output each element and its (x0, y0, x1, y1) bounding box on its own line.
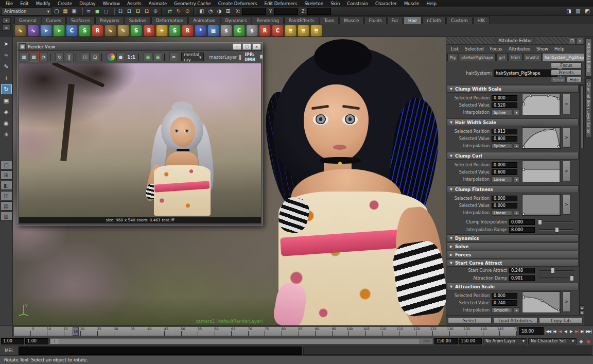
mel-input[interactable] (19, 346, 302, 355)
selected-value-field[interactable]: 0.600 (492, 169, 517, 175)
ipr-render-icon[interactable]: ◔ (206, 7, 215, 15)
load-attributes-button[interactable]: Load Attributes (493, 317, 537, 324)
pause-ipr-region-icon[interactable]: ‖ (65, 53, 74, 61)
chevron-down-icon[interactable]: ▾ (514, 307, 519, 313)
shelf-curve-constraint-icon[interactable]: C (233, 25, 245, 37)
shelf-tab-switch-icon[interactable]: ▾ (2, 18, 11, 24)
menu-character[interactable]: Character (372, 1, 400, 6)
slider-handle[interactable] (551, 268, 555, 273)
scale-tool-icon[interactable]: ▣ (1, 95, 12, 106)
slider-handle[interactable] (538, 219, 542, 225)
side-tab-channel-box-layer-editor[interactable]: Channel Box / Layer Editor (585, 78, 592, 138)
menu-muscle[interactable]: Muscle (400, 1, 423, 6)
shelf-comb3-icon[interactable]: ≡ (310, 25, 322, 37)
selected-value-field[interactable]: 0.520 (492, 102, 517, 108)
layout-hypershade-icon[interactable]: ▥ (1, 212, 12, 221)
shelf-tab-muscle[interactable]: Muscle (339, 16, 363, 24)
ae-tab-girl[interactable]: girl (496, 53, 508, 61)
universal-manipulator-tool-icon[interactable]: ◈ (1, 107, 12, 117)
expand-ramp-icon[interactable]: > (563, 194, 570, 215)
close-window-icon[interactable]: x (252, 43, 261, 50)
go-to-start-button[interactable]: |◀◀ (545, 327, 551, 335)
scrollbar-thumb[interactable] (580, 85, 584, 148)
interpolation-selector[interactable]: Linear (492, 210, 512, 216)
shelf-tab-hair[interactable]: Hair (404, 16, 422, 24)
rotate-tool-icon[interactable]: ↻ (1, 84, 12, 94)
make-live-icon[interactable]: ⊕ (151, 7, 160, 15)
y-input[interactable] (274, 8, 298, 15)
menu-skeleton[interactable]: Skeleton (301, 1, 327, 6)
ae-tab-hairsystem-pigshape[interactable]: hairSystem_PigShape (542, 53, 589, 61)
menu-create[interactable]: Create (54, 1, 76, 6)
ae-menu-help[interactable]: Help (552, 46, 567, 51)
expand-ramp-icon[interactable]: > (563, 161, 570, 181)
clump-interpolation-slider[interactable] (539, 221, 574, 223)
step-forward-frame-button[interactable]: ▶| (580, 327, 585, 335)
lasso-tool-icon[interactable]: ≈ (1, 50, 12, 60)
shelf-set-start-icon[interactable]: S (79, 25, 91, 37)
ae-menu-attributes[interactable]: Attributes (506, 46, 533, 51)
menu-set-selector[interactable]: Animation ▾ (2, 7, 52, 15)
shelf-comb-icon[interactable]: ≡ (285, 25, 296, 37)
open-scene-icon[interactable]: ▦ (61, 7, 69, 15)
start-curve-attract-field[interactable]: 0.248 (509, 268, 535, 273)
snap-to-curves-icon[interactable]: Ω (125, 7, 133, 15)
interpolation-selector[interactable]: Spline (492, 110, 512, 115)
attraction-damp-slider[interactable] (539, 278, 574, 279)
channel-box-toggle-icon[interactable]: ◩ (583, 7, 591, 15)
absolute-transform-icon[interactable]: ⊞ (224, 7, 232, 15)
shelf-tab-general[interactable]: General (14, 16, 41, 24)
rgb-channels-icon[interactable] (107, 53, 115, 61)
menu-create-deformers[interactable]: Create Deformers (215, 1, 261, 6)
range-end-handle[interactable]: 150 (420, 339, 432, 344)
ramp-curve-widget[interactable] (522, 94, 561, 115)
section-header-forces[interactable]: ▶Forces (447, 251, 579, 258)
snap-to-grids-icon[interactable]: Ω (116, 7, 125, 15)
input-connections-icon[interactable]: ⇄ (166, 7, 174, 15)
expand-ramp-icon[interactable]: > (563, 291, 570, 312)
mel-label[interactable]: MEL (0, 348, 19, 353)
ae-menu-selected[interactable]: Selected (462, 46, 486, 51)
shelf-comb2-icon[interactable]: ≡ (298, 25, 309, 37)
menu-help[interactable]: Help (423, 1, 440, 6)
shelf-tab-ncloth[interactable]: nCloth (422, 16, 446, 24)
expand-ramp-icon[interactable]: > (563, 94, 570, 114)
selected-position-field[interactable]: 0.000 (492, 162, 517, 168)
menu-edit-deformers[interactable]: Edit Deformers (261, 1, 301, 6)
menu-animate[interactable]: Animate (145, 1, 171, 6)
ramp-curve-widget[interactable] (522, 161, 561, 182)
pause-ipr-icon[interactable]: ‖ (238, 55, 242, 60)
presets-button[interactable]: Presets (551, 70, 582, 76)
shelf-tab-dynamics[interactable]: Dynamics (221, 16, 252, 24)
ae-menu-list[interactable]: List (448, 46, 461, 51)
layout-four-pane-icon[interactable]: ⊞ (1, 170, 12, 180)
menu-constrain[interactable]: Constrain (343, 1, 372, 6)
output-connections-icon[interactable]: ↻ (175, 7, 183, 15)
attribute-editor-toggle-icon[interactable]: ◨ (565, 7, 573, 15)
shelf-small-sphere-icon[interactable]: s (220, 25, 232, 37)
ramp-curve-widget[interactable] (522, 291, 561, 313)
section-header-clump-flatness[interactable]: ▼Clump Flatness (447, 185, 579, 193)
copy-tab-button[interactable]: Copy Tab (539, 317, 583, 324)
node-name-field[interactable]: hairSystem_PigShape (494, 70, 559, 77)
chevron-down-icon[interactable]: ▾ (514, 143, 519, 149)
save-scene-icon[interactable]: ▣ (70, 7, 78, 15)
move-tool-icon[interactable]: + (1, 73, 12, 83)
shelf-collision-constraint-icon[interactable]: C (272, 25, 284, 37)
remove-image-icon[interactable]: ▣ (153, 53, 162, 61)
selected-value-field[interactable]: 0.000 (492, 203, 517, 209)
renderer-selector[interactable]: mental ray ▾ (181, 53, 204, 61)
shelf-rest-curves-icon[interactable]: R (143, 25, 155, 37)
scroll-down-icon[interactable]: ▼ (580, 310, 584, 315)
side-tab-attribute-editor[interactable]: Attribute Editor (585, 39, 592, 77)
maximize-window-icon[interactable]: □ (242, 43, 251, 50)
alpha-channel-icon[interactable]: ● (116, 53, 125, 61)
minimize-window-icon[interactable]: – (233, 43, 241, 50)
ae-tab-hgirl[interactable]: hGirl (508, 53, 522, 61)
character-set-selector[interactable]: No Character Set ▾ (528, 338, 577, 344)
render-current-frame-icon[interactable]: ◧ (198, 7, 206, 15)
construction-history-icon[interactable]: ⊙ (183, 7, 191, 15)
ipr-render-icon[interactable]: ◔ (39, 53, 48, 61)
snap-to-points-icon[interactable]: Ω (134, 7, 142, 15)
paint-selection-tool-icon[interactable]: ✎ (1, 61, 12, 72)
